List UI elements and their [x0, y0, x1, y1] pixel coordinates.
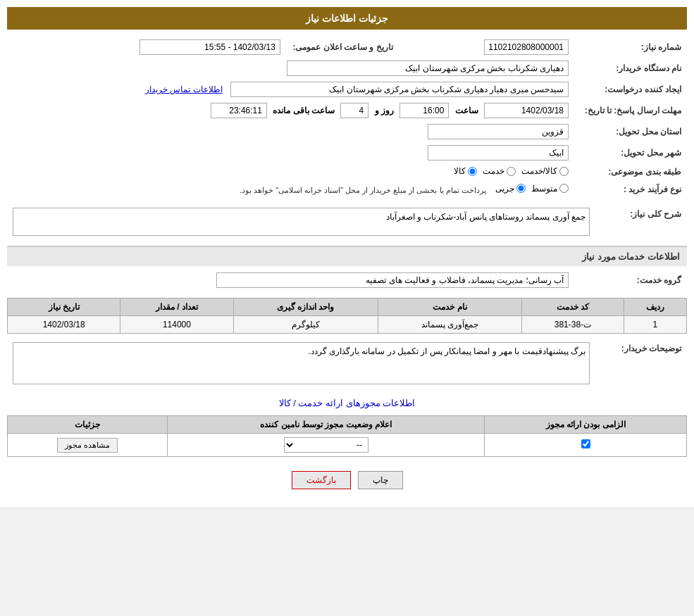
- roz-label: روز و: [375, 106, 394, 115]
- permissions-section: اطلاعات مجوزهای ارائه خدمت / کالا الزامی…: [7, 394, 687, 457]
- row-sharh: شرح کلی نیاز: جمع آوری پسماند روستاهای پ…: [7, 205, 687, 239]
- tarikh-saet-input: 1402/03/13 - 15:55: [140, 39, 280, 55]
- shomara-value-cell: 1102102808000001: [399, 37, 574, 58]
- permissions-head: الزامی بودن ارائه مجوز اعلام وضعیت مجوز …: [8, 416, 687, 434]
- sharh-value-cell: جمع آوری پسماند روستاهای پانس آباد-شکرنا…: [7, 205, 595, 239]
- radio-jozi: جزیی: [495, 184, 526, 194]
- perm-joziat-cell: مشاهده مجوز: [8, 434, 168, 457]
- tabaqe-value-cell: کالا/خدمت خدمت کالا: [7, 163, 574, 181]
- service-table-head: ردیف کد خدمت نام خدمت واحد اندازه گیری ت…: [8, 298, 687, 316]
- page-container: جزئیات اطلاعات نیاز شماره نیاز: 11021028…: [0, 0, 694, 507]
- radio-kala-khedmat-label: کالا/خدمت: [521, 166, 557, 176]
- row-faraenad: نوع فرآیند خرید : متوسط جزیی پرداخت تمام…: [7, 181, 687, 199]
- col-vahed: واحد اندازه گیری: [233, 298, 378, 316]
- service-table-body: 1 ت-38-381 جمع‌آوری پسماند کیلوگرم 11400…: [8, 316, 687, 334]
- ostan-label: استان محل تحویل:: [574, 121, 687, 142]
- sharh-label: شرح کلی نیاز:: [595, 205, 687, 239]
- service-table: ردیف کد خدمت نام خدمت واحد اندازه گیری ت…: [7, 298, 687, 334]
- bottom-buttons: چاپ بازگشت: [7, 460, 687, 500]
- section-header: جزئیات اطلاعات نیاز: [7, 7, 687, 30]
- radio-kala: کالا: [454, 166, 477, 176]
- tozihat-box: برگ پیشنهادقیمت با مهر و امضا پیمانکار پ…: [13, 342, 590, 384]
- radio-motavaset-input[interactable]: [559, 184, 569, 193]
- info-table: شماره نیاز: 1102102808000001 تاریخ و ساع…: [7, 37, 687, 198]
- service-table-header-row: ردیف کد خدمت نام خدمت واحد اندازه گیری ت…: [8, 298, 687, 316]
- faraenad-value-cell: متوسط جزیی پرداخت تمام یا بخشی از مبلغ خ…: [7, 181, 574, 199]
- show-permit-button[interactable]: مشاهده مجوز: [57, 438, 118, 453]
- etelaat-tamas-link[interactable]: اطلاعات تماس خریدار: [145, 84, 223, 94]
- cell-tarikh: 1402/03/18: [8, 316, 120, 334]
- shahr-value-cell: ابیک: [7, 142, 574, 163]
- group-label: گروه خدمت:: [574, 270, 687, 291]
- row-ijad: ایجاد کننده درخواست: سیدحسن میری دهیار د…: [7, 79, 687, 100]
- row-mohlat: مهلت ارسال پاسخ: تا تاریخ: 1402/03/18 سا…: [7, 100, 687, 121]
- tozihat-value-cell: برگ پیشنهادقیمت با مهر و امضا پیمانکار پ…: [7, 339, 595, 387]
- perm-aalam-cell: --: [168, 434, 485, 457]
- permissions-body: -- مشاهده مجوز: [8, 434, 687, 457]
- permissions-table: الزامی بودن ارائه مجوز اعلام وضعیت مجوز …: [7, 415, 687, 457]
- radio-kala-khedmat: کالا/خدمت: [521, 166, 569, 176]
- radio-kala-label: کالا: [454, 166, 466, 176]
- perm-col-aalam: اعلام وضعیت مجوز توسط نامین کننده: [168, 416, 485, 434]
- cell-tedad: 114000: [120, 316, 233, 334]
- sharh-text: جمع آوری پسماند روستاهای پانس آباد-شکرنا…: [386, 212, 585, 222]
- col-code: کد خدمت: [522, 298, 624, 316]
- dastgah-value-cell: دهیاری شکرناب بخش مرکزی شهرستان ابیک: [7, 58, 574, 79]
- radio-jozi-input[interactable]: [516, 184, 526, 193]
- group-input: آب رسانی؛ مدیریت پسماند، فاضلاب و فعالیت…: [216, 272, 569, 288]
- back-button[interactable]: بازگشت: [292, 471, 351, 489]
- row-group: گروه خدمت: آب رسانی؛ مدیریت پسماند، فاضل…: [7, 270, 687, 291]
- row-shahr: شهر محل تحویل: ابیک: [7, 142, 687, 163]
- dastgah-input: دهیاری شکرناب بخش مرکزی شهرستان ابیک: [287, 61, 569, 76]
- col-tedad: تعداد / مقدار: [120, 298, 233, 316]
- shahr-label: شهر محل تحویل:: [574, 142, 687, 163]
- shomara-input: 1102102808000001: [484, 39, 569, 55]
- permissions-header-row: الزامی بودن ارائه مجوز اعلام وضعیت مجوز …: [8, 416, 687, 434]
- row-shomara: شماره نیاز: 1102102808000001 تاریخ و ساع…: [7, 37, 687, 58]
- perm-col-joziat: جزئیات: [8, 416, 168, 434]
- faraenad-label: نوع فرآیند خرید :: [574, 181, 687, 199]
- col-radif: ردیف: [624, 298, 686, 316]
- radio-khedmat-input[interactable]: [507, 167, 516, 176]
- perm-table-row: -- مشاهده مجوز: [8, 434, 687, 457]
- radio-kala-input[interactable]: [468, 167, 477, 176]
- radio-khedmat-label: خدمت: [483, 166, 504, 176]
- dastgah-label: نام دستگاه خریدار:: [574, 58, 687, 79]
- saat-mande-label: ساعت باقی مانده: [273, 106, 335, 115]
- tozihat-label: توضیحات خریدار:: [595, 339, 687, 387]
- saat-input: 16:00: [399, 103, 449, 118]
- cell-vahed: کیلوگرم: [233, 316, 378, 334]
- radio-motavaset-label: متوسط: [531, 184, 557, 194]
- col-name: نام خدمت: [378, 298, 522, 316]
- tarikh-saet-label: تاریخ و ساعت اعلان عمومی:: [286, 37, 399, 58]
- tarikh-saet-value-cell: 1402/03/13 - 15:55: [7, 37, 286, 58]
- tozihat-table: توضیحات خریدار: برگ پیشنهادقیمت با مهر و…: [7, 339, 687, 387]
- group-table: گروه خدمت: آب رسانی؛ مدیریت پسماند، فاضل…: [7, 270, 687, 291]
- permissions-title[interactable]: اطلاعات مجوزهای ارائه خدمت / کالا: [7, 394, 687, 412]
- radio-jozi-label: جزیی: [495, 184, 514, 194]
- saat-label: ساعت: [455, 106, 478, 115]
- shomara-label: شماره نیاز:: [574, 37, 687, 58]
- print-button[interactable]: چاپ: [358, 471, 403, 489]
- radio-khedmat: خدمت: [483, 166, 516, 176]
- perm-elzami-checkbox[interactable]: [581, 439, 590, 448]
- perm-col-elzami: الزامی بودن ارائه مجوز: [485, 416, 687, 434]
- saat-mande-input: 23:46:11: [211, 103, 267, 118]
- shahr-input: ابیک: [428, 145, 569, 161]
- cell-name: جمع‌آوری پسماند: [378, 316, 522, 334]
- ijad-input: سیدحسن میری دهیار دهیاری شکرناب بخش مرکز…: [230, 82, 569, 97]
- radio-kala-khedmat-input[interactable]: [559, 167, 569, 176]
- mohlat-label: مهلت ارسال پاسخ: تا تاریخ:: [574, 100, 687, 121]
- row-tabaqe: طبقه بندی موضوعی: کالا/خدمت خدمت کالا: [7, 163, 687, 181]
- khadamat-title: اطلاعات خدمات مورد نیاز: [7, 246, 687, 266]
- mohlat-value-cell: 1402/03/18 ساعت 16:00 روز و 4 ساعت باقی …: [7, 100, 574, 121]
- row-tozihat: توضیحات خریدار: برگ پیشنهادقیمت با مهر و…: [7, 339, 687, 387]
- perm-elzami-cell: [485, 434, 687, 457]
- tabaqe-label: طبقه بندی موضوعی:: [574, 163, 687, 181]
- ijad-label: ایجاد کننده درخواست:: [574, 79, 687, 100]
- sharh-table: شرح کلی نیاز: جمع آوری پسماند روستاهای پ…: [7, 205, 687, 239]
- radio-motavaset: متوسط: [531, 184, 569, 194]
- cell-radif: 1: [624, 316, 686, 334]
- perm-aalam-select[interactable]: --: [284, 437, 368, 453]
- tozihat-text: برگ پیشنهادقیمت با مهر و امضا پیمانکار پ…: [308, 346, 585, 356]
